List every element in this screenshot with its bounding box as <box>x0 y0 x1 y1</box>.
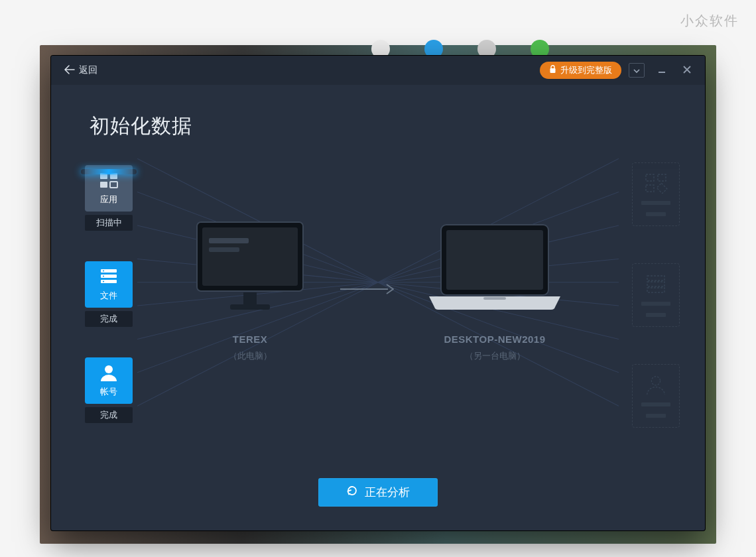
category-label: 应用 <box>100 194 117 206</box>
analyze-button[interactable]: 正在分析 <box>318 478 438 507</box>
svg-rect-30 <box>646 174 654 181</box>
target-placeholder-apps <box>632 162 680 226</box>
close-button[interactable] <box>677 60 697 80</box>
target-device: DESKTOP-NEW2019 （另一台电脑） <box>425 218 564 362</box>
upgrade-button[interactable]: 升级到完整版 <box>540 62 621 79</box>
upgrade-label: 升级到完整版 <box>560 64 612 76</box>
lock-icon <box>549 65 556 76</box>
scan-progress-bar <box>81 169 137 174</box>
close-icon <box>682 65 692 76</box>
arrow-left-icon <box>64 65 75 76</box>
svg-point-37 <box>651 376 660 385</box>
svg-rect-41 <box>209 247 239 252</box>
svg-rect-43 <box>230 304 270 310</box>
target-device-subtitle: （另一台电脑） <box>465 350 525 362</box>
source-device-name: TEREX <box>233 334 268 345</box>
svg-rect-40 <box>209 238 249 243</box>
svg-rect-32 <box>646 185 654 192</box>
refresh-icon <box>346 485 358 500</box>
apps-grid-icon <box>644 172 668 194</box>
titlebar: 返回 升级到完整版 <box>51 56 705 85</box>
analyze-label: 正在分析 <box>365 485 410 500</box>
svg-rect-0 <box>550 68 556 73</box>
person-icon <box>644 374 668 395</box>
minimize-button[interactable] <box>652 60 672 80</box>
back-button[interactable]: 返回 <box>59 62 103 79</box>
svg-rect-42 <box>243 292 257 304</box>
svg-rect-47 <box>483 297 506 300</box>
category-accounts[interactable]: 帐号 完成 <box>83 357 135 423</box>
category-status: 完成 <box>85 407 133 423</box>
target-device-name: DESKTOP-NEW2019 <box>444 334 545 345</box>
person-icon <box>99 364 118 383</box>
category-label: 帐号 <box>100 386 117 398</box>
target-placeholder-accounts <box>632 364 680 428</box>
svg-point-29 <box>105 365 113 373</box>
svg-rect-33 <box>657 183 667 194</box>
desktop-monitor-icon <box>192 218 308 318</box>
options-dropdown-button[interactable] <box>627 60 647 80</box>
page-title: 初始化数据 <box>90 113 705 140</box>
svg-rect-21 <box>100 182 107 188</box>
minimize-icon <box>657 65 666 76</box>
source-device-subtitle: （此电脑） <box>229 350 272 362</box>
devices-row: TEREX （此电脑） DESKTOP-NEW2019 （另一台电脑） <box>51 218 705 362</box>
svg-rect-31 <box>658 174 666 181</box>
svg-rect-46 <box>446 230 543 290</box>
chevron-down-icon <box>633 65 640 76</box>
svg-rect-39 <box>202 227 298 286</box>
laptop-icon <box>425 218 564 318</box>
content-area: 应用 扫描中 文件 完成 帐号 <box>51 145 705 517</box>
app-window: 返回 升级到完整版 初始化数据 <box>51 56 705 530</box>
svg-rect-22 <box>110 182 117 188</box>
source-device: TEREX （此电脑） <box>192 218 308 362</box>
back-label: 返回 <box>79 64 97 76</box>
transfer-arrow-icon <box>339 282 395 299</box>
watermark-text: 小众软件 <box>680 12 739 30</box>
